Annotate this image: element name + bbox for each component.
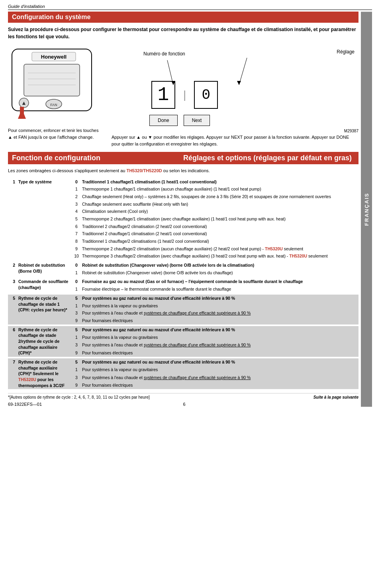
svg-marker-16: [237, 81, 241, 85]
done-button[interactable]: Done: [149, 115, 178, 126]
suite-label: Suite à la page suivante: [313, 395, 358, 399]
guide-title: Guide d'installation: [8, 4, 372, 10]
m-ref: M29387: [112, 129, 358, 133]
next-button[interactable]: Next: [184, 115, 210, 126]
table-row: 1 Type de système 0 Traditionnel 1 chauf…: [8, 178, 358, 186]
footer-notes: *[Autres options de rythme de cycle : 2,…: [8, 393, 358, 399]
numero-fonction-label: Numéro de fonction: [143, 51, 185, 57]
footnote: *[Autres options de rythme de cycle : 2,…: [8, 395, 150, 399]
table-row: 5 Rythme de cycle de chauffage de stade …: [8, 295, 358, 302]
thermostat-diagram: Honeywell ▲ FAN: [8, 45, 104, 140]
zones-note: Les zones ombragées ci-dessous s'appliqu…: [8, 167, 358, 174]
config-header-col1: Fonction de configuration: [12, 154, 183, 162]
left-diagram-text: Pour commencer, enfoncer et tenir les to…: [8, 127, 104, 140]
svg-rect-3: [24, 64, 80, 96]
table-row: 3 Commande de soufflante (chauffage) 0 F…: [8, 278, 358, 285]
svg-rect-12: [20, 107, 24, 119]
intro-text: Suivez la procédure ci-dessous pour conf…: [8, 26, 358, 40]
svg-text:FAN: FAN: [50, 103, 57, 107]
footer-bottom: 69-1922EFS—01 6: [8, 402, 358, 407]
right-instructions: Appuyer sur ▲ ou ▼ pour modifier les rég…: [112, 134, 358, 147]
page-num: 6: [183, 402, 185, 407]
table-row: 7 Rythme de cycle de chauffage auxiliair…: [8, 358, 358, 366]
reglage-label: Réglage: [337, 49, 355, 55]
config-header-col2: Réglages et options (réglages par défaut…: [183, 154, 355, 162]
section-header: Configuration du système: [8, 12, 358, 23]
svg-text:▲: ▲: [21, 100, 27, 106]
display-zero: 0: [194, 81, 218, 109]
svg-text:Honeywell: Honeywell: [41, 54, 67, 60]
doc-ref: 69-1922EFS—01: [8, 402, 42, 407]
table-row: 2 Robinet de substitution (Borne O/B) 0 …: [8, 262, 358, 269]
sidebar-label: FRANÇAIS: [361, 12, 372, 407]
config-table: 1 Type de système 0 Traditionnel 1 chauf…: [8, 178, 358, 389]
config-header-row: Fonction de configuration Réglages et op…: [8, 152, 358, 164]
table-row: 6 Rythme de cycle de chauffage de stade …: [8, 326, 358, 334]
svg-line-15: [239, 58, 247, 85]
right-diagram: Numéro de fonction Réglage: [112, 45, 358, 147]
display-number: 1: [151, 81, 175, 109]
